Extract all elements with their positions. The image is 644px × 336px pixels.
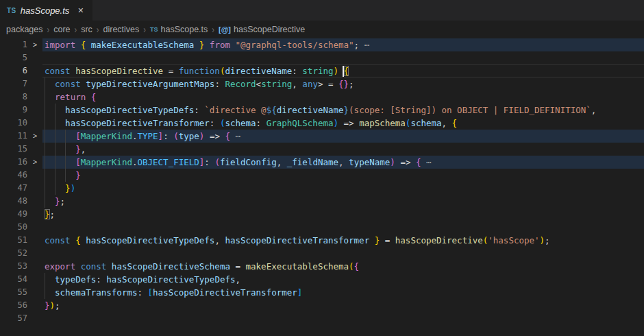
code-token: :: [163, 131, 173, 141]
line-number: 8: [0, 91, 27, 104]
code-line[interactable]: 16> [MapperKind.OBJECT_FIELD]: (fieldCon…: [0, 156, 644, 169]
code-line[interactable]: 11> [MapperKind.TYPE]: (type) => { ⋯: [0, 130, 644, 143]
breadcrumb-separator-icon: ›: [143, 24, 146, 35]
code-token: schema: [225, 118, 256, 128]
breadcrumb-label: hasScope.ts: [161, 25, 208, 34]
code-line[interactable]: 10 hasScopeDirectiveTransformer: (schema…: [0, 117, 644, 130]
code-content: [MapperKind.OBJECT_FIELD]: (fieldConfig,…: [42, 156, 644, 169]
breadcrumb-item[interactable]: core: [53, 25, 70, 34]
indent-guide: [45, 91, 45, 104]
code-content: };: [42, 208, 644, 221]
code-line[interactable]: 48 };: [0, 195, 644, 208]
code-content: [42, 312, 644, 325]
code-token: ;: [349, 79, 354, 89]
code-token: {: [416, 157, 421, 167]
code-line[interactable]: 1>import { makeExecutableSchema } from "…: [0, 38, 644, 51]
tab-bar: TS hasScope.ts ✕: [0, 0, 644, 21]
code-token: =>: [338, 118, 359, 128]
code-token: ]: [297, 287, 303, 298]
code-content: });: [42, 299, 644, 312]
code-token: const: [55, 79, 81, 89]
code-line[interactable]: 47 }): [0, 182, 644, 195]
code-token: hasScopeDirective: [395, 235, 483, 245]
line-number: 57: [0, 312, 27, 325]
editor[interactable]: 1>import { makeExecutableSchema } from "…: [0, 38, 644, 325]
fold-gutter-spacer: [27, 273, 42, 286]
code-token: GraphQLSchema: [267, 118, 334, 128]
code-token: ⋯: [359, 40, 369, 50]
breadcrumb-separator-icon: ›: [212, 24, 214, 35]
code-token: [45, 92, 55, 102]
typescript-icon: TS: [150, 26, 158, 33]
breadcrumb-label: core: [53, 25, 70, 34]
code-token: {: [354, 261, 360, 272]
code-line[interactable]: 54 typeDefs: hasScopeDirectiveTypeDefs,: [0, 273, 644, 286]
code-token: }: [45, 209, 50, 219]
code-token: ): [71, 183, 76, 193]
code-line[interactable]: 8 return {: [0, 91, 644, 104]
fold-gutter-spacer: [27, 299, 42, 312]
indent-guide: [45, 77, 45, 91]
code-token: [45, 144, 75, 154]
code-token: directiveName: [225, 66, 292, 76]
code-token: [230, 40, 236, 50]
code-token: <: [256, 79, 262, 89]
indent-guide: [45, 195, 45, 208]
indent-guide: [45, 169, 45, 182]
code-token: from: [210, 40, 230, 50]
code-token: ⋯: [421, 157, 432, 167]
indent-guide: [65, 169, 66, 182]
code-token: type: [179, 131, 199, 141]
code-line[interactable]: 50: [0, 221, 644, 234]
code-content: hasScopeDirectiveTransformer: (schema: G…: [42, 117, 644, 130]
code-token: string: [261, 79, 292, 89]
line-number: 6: [0, 64, 27, 77]
line-number: 48: [0, 195, 27, 208]
fold-gutter-spacer: [27, 51, 42, 64]
fold-gutter-spacer: [27, 208, 42, 221]
breadcrumb-item[interactable]: [@]hasScopeDirective: [219, 25, 305, 34]
fold-chevron-icon[interactable]: >: [27, 38, 42, 51]
breadcrumb-item[interactable]: directives: [103, 25, 140, 34]
indent-guide: [65, 156, 66, 169]
code-line[interactable]: 49};: [0, 208, 644, 221]
code-content: }): [42, 182, 644, 195]
code-line[interactable]: 5: [0, 51, 644, 64]
code-content: const hasScopeDirective = function(direc…: [42, 64, 644, 77]
code-line[interactable]: 52: [0, 247, 644, 260]
code-line[interactable]: 56});: [0, 299, 644, 312]
code-token: :: [137, 287, 147, 298]
line-number: 10: [0, 117, 27, 130]
code-line[interactable]: 9 hasScopeDirectiveTypeDefs: `directive …: [0, 104, 644, 117]
fold-chevron-icon[interactable]: >: [27, 156, 42, 169]
code-line[interactable]: 6const hasScopeDirective = function(dire…: [0, 64, 644, 77]
code-token: [45, 157, 75, 167]
indent-guide: [55, 130, 55, 143]
code-token: :: [204, 157, 214, 167]
code-line[interactable]: 57: [0, 312, 644, 325]
code-line[interactable]: 51const { hasScopeDirectiveTypeDefs, has…: [0, 234, 644, 247]
tab-hasscope[interactable]: TS hasScope.ts ✕: [0, 0, 92, 21]
code-token: ,: [442, 118, 452, 128]
close-icon[interactable]: ✕: [77, 6, 84, 15]
code-line[interactable]: 15 },: [0, 143, 644, 156]
breadcrumb-item[interactable]: TShasScope.ts: [150, 25, 208, 34]
code-content: import { makeExecutableSchema } from "@g…: [42, 38, 644, 51]
breadcrumb-item[interactable]: packages: [6, 25, 43, 34]
code-token: MapperKind: [81, 157, 132, 167]
fold-chevron-icon[interactable]: >: [27, 130, 42, 143]
code-token: ;: [545, 235, 550, 245]
code-token: [194, 40, 199, 50]
indent-guide: [45, 273, 45, 286]
code-line[interactable]: 55 schemaTransforms: [hasScopeDirectiveT…: [0, 286, 644, 299]
code-token: typeDefs: [55, 274, 96, 285]
code-token: :: [256, 118, 267, 128]
breadcrumb-label: hasScopeDirective: [234, 25, 305, 34]
code-line[interactable]: 53export const hasScopeDirectiveSchema =…: [0, 260, 644, 273]
code-line[interactable]: 46 }: [0, 169, 644, 182]
typescript-icon: TS: [7, 7, 16, 14]
code-line[interactable]: 7 const typeDirectiveArgumentMaps: Recor…: [0, 77, 644, 91]
breadcrumb-item[interactable]: src: [81, 25, 92, 34]
line-number: 49: [0, 208, 27, 221]
indent-guide: [55, 143, 55, 156]
